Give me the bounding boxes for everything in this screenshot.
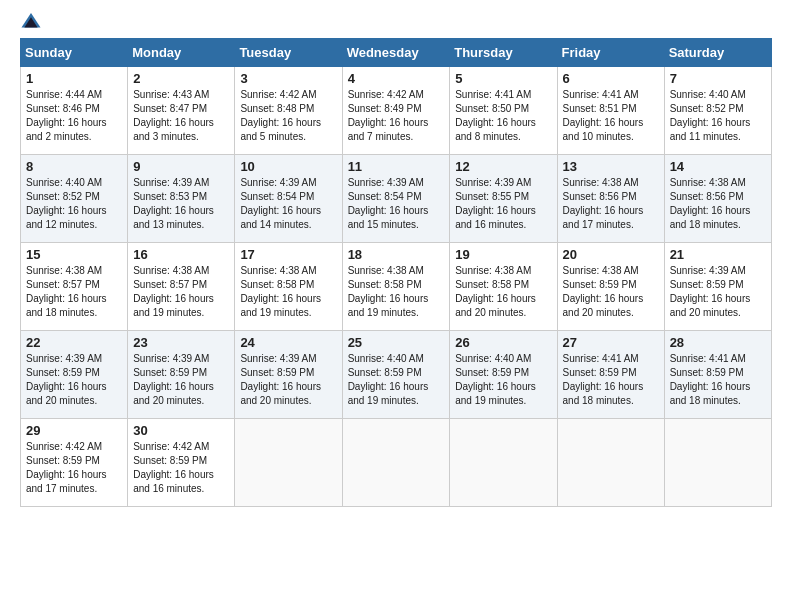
day-info: Sunrise: 4:38 AM Sunset: 8:58 PM Dayligh… [240,264,336,320]
day-number: 11 [348,159,445,174]
calendar-cell: 26 Sunrise: 4:40 AM Sunset: 8:59 PM Dayl… [450,331,557,419]
day-number: 30 [133,423,229,438]
calendar-week-3: 15 Sunrise: 4:38 AM Sunset: 8:57 PM Dayl… [21,243,772,331]
day-info: Sunrise: 4:38 AM Sunset: 8:58 PM Dayligh… [455,264,551,320]
day-info: Sunrise: 4:38 AM Sunset: 8:56 PM Dayligh… [670,176,766,232]
day-number: 19 [455,247,551,262]
day-info: Sunrise: 4:38 AM Sunset: 8:58 PM Dayligh… [348,264,445,320]
calendar-header-row: SundayMondayTuesdayWednesdayThursdayFrid… [21,39,772,67]
calendar-week-5: 29 Sunrise: 4:42 AM Sunset: 8:59 PM Dayl… [21,419,772,507]
day-info: Sunrise: 4:40 AM Sunset: 8:52 PM Dayligh… [670,88,766,144]
day-number: 26 [455,335,551,350]
day-number: 7 [670,71,766,86]
day-number: 12 [455,159,551,174]
calendar-cell: 8 Sunrise: 4:40 AM Sunset: 8:52 PM Dayli… [21,155,128,243]
day-number: 27 [563,335,659,350]
calendar-cell: 29 Sunrise: 4:42 AM Sunset: 8:59 PM Dayl… [21,419,128,507]
calendar-header-saturday: Saturday [664,39,771,67]
calendar-header-thursday: Thursday [450,39,557,67]
logo-icon [20,10,42,32]
day-number: 10 [240,159,336,174]
calendar-cell [664,419,771,507]
calendar-header-friday: Friday [557,39,664,67]
calendar-cell: 24 Sunrise: 4:39 AM Sunset: 8:59 PM Dayl… [235,331,342,419]
day-number: 8 [26,159,122,174]
day-number: 4 [348,71,445,86]
day-number: 28 [670,335,766,350]
day-number: 21 [670,247,766,262]
day-info: Sunrise: 4:39 AM Sunset: 8:59 PM Dayligh… [670,264,766,320]
calendar-cell: 5 Sunrise: 4:41 AM Sunset: 8:50 PM Dayli… [450,67,557,155]
calendar-cell: 30 Sunrise: 4:42 AM Sunset: 8:59 PM Dayl… [128,419,235,507]
calendar-cell: 15 Sunrise: 4:38 AM Sunset: 8:57 PM Dayl… [21,243,128,331]
calendar-cell: 10 Sunrise: 4:39 AM Sunset: 8:54 PM Dayl… [235,155,342,243]
calendar-cell: 21 Sunrise: 4:39 AM Sunset: 8:59 PM Dayl… [664,243,771,331]
day-info: Sunrise: 4:40 AM Sunset: 8:59 PM Dayligh… [455,352,551,408]
calendar-week-4: 22 Sunrise: 4:39 AM Sunset: 8:59 PM Dayl… [21,331,772,419]
calendar-cell [450,419,557,507]
day-info: Sunrise: 4:38 AM Sunset: 8:56 PM Dayligh… [563,176,659,232]
calendar-cell: 3 Sunrise: 4:42 AM Sunset: 8:48 PM Dayli… [235,67,342,155]
calendar-cell: 16 Sunrise: 4:38 AM Sunset: 8:57 PM Dayl… [128,243,235,331]
calendar-table: SundayMondayTuesdayWednesdayThursdayFrid… [20,38,772,507]
calendar-header-monday: Monday [128,39,235,67]
calendar-cell: 28 Sunrise: 4:41 AM Sunset: 8:59 PM Dayl… [664,331,771,419]
day-number: 6 [563,71,659,86]
day-number: 1 [26,71,122,86]
day-number: 29 [26,423,122,438]
calendar-cell: 27 Sunrise: 4:41 AM Sunset: 8:59 PM Dayl… [557,331,664,419]
day-number: 9 [133,159,229,174]
day-info: Sunrise: 4:42 AM Sunset: 8:59 PM Dayligh… [26,440,122,496]
calendar-cell: 22 Sunrise: 4:39 AM Sunset: 8:59 PM Dayl… [21,331,128,419]
day-number: 3 [240,71,336,86]
day-info: Sunrise: 4:40 AM Sunset: 8:59 PM Dayligh… [348,352,445,408]
day-info: Sunrise: 4:38 AM Sunset: 8:59 PM Dayligh… [563,264,659,320]
day-number: 14 [670,159,766,174]
calendar-cell: 14 Sunrise: 4:38 AM Sunset: 8:56 PM Dayl… [664,155,771,243]
calendar-cell: 17 Sunrise: 4:38 AM Sunset: 8:58 PM Dayl… [235,243,342,331]
calendar-cell: 25 Sunrise: 4:40 AM Sunset: 8:59 PM Dayl… [342,331,450,419]
day-number: 25 [348,335,445,350]
day-info: Sunrise: 4:39 AM Sunset: 8:54 PM Dayligh… [240,176,336,232]
day-number: 13 [563,159,659,174]
day-info: Sunrise: 4:39 AM Sunset: 8:59 PM Dayligh… [133,352,229,408]
day-info: Sunrise: 4:42 AM Sunset: 8:49 PM Dayligh… [348,88,445,144]
day-info: Sunrise: 4:39 AM Sunset: 8:59 PM Dayligh… [26,352,122,408]
calendar-cell: 18 Sunrise: 4:38 AM Sunset: 8:58 PM Dayl… [342,243,450,331]
day-number: 18 [348,247,445,262]
day-info: Sunrise: 4:41 AM Sunset: 8:50 PM Dayligh… [455,88,551,144]
day-info: Sunrise: 4:41 AM Sunset: 8:59 PM Dayligh… [563,352,659,408]
calendar-cell: 12 Sunrise: 4:39 AM Sunset: 8:55 PM Dayl… [450,155,557,243]
day-info: Sunrise: 4:44 AM Sunset: 8:46 PM Dayligh… [26,88,122,144]
day-info: Sunrise: 4:38 AM Sunset: 8:57 PM Dayligh… [133,264,229,320]
calendar-cell: 11 Sunrise: 4:39 AM Sunset: 8:54 PM Dayl… [342,155,450,243]
calendar-cell [557,419,664,507]
day-number: 2 [133,71,229,86]
day-number: 20 [563,247,659,262]
day-info: Sunrise: 4:39 AM Sunset: 8:54 PM Dayligh… [348,176,445,232]
calendar-cell: 4 Sunrise: 4:42 AM Sunset: 8:49 PM Dayli… [342,67,450,155]
calendar-cell: 13 Sunrise: 4:38 AM Sunset: 8:56 PM Dayl… [557,155,664,243]
calendar-cell [342,419,450,507]
calendar-header-sunday: Sunday [21,39,128,67]
day-info: Sunrise: 4:42 AM Sunset: 8:59 PM Dayligh… [133,440,229,496]
calendar-cell [235,419,342,507]
day-info: Sunrise: 4:38 AM Sunset: 8:57 PM Dayligh… [26,264,122,320]
day-number: 5 [455,71,551,86]
day-info: Sunrise: 4:42 AM Sunset: 8:48 PM Dayligh… [240,88,336,144]
day-info: Sunrise: 4:41 AM Sunset: 8:51 PM Dayligh… [563,88,659,144]
calendar-cell: 20 Sunrise: 4:38 AM Sunset: 8:59 PM Dayl… [557,243,664,331]
calendar-cell: 19 Sunrise: 4:38 AM Sunset: 8:58 PM Dayl… [450,243,557,331]
calendar-cell: 1 Sunrise: 4:44 AM Sunset: 8:46 PM Dayli… [21,67,128,155]
calendar-week-2: 8 Sunrise: 4:40 AM Sunset: 8:52 PM Dayli… [21,155,772,243]
day-info: Sunrise: 4:39 AM Sunset: 8:53 PM Dayligh… [133,176,229,232]
day-number: 22 [26,335,122,350]
day-info: Sunrise: 4:43 AM Sunset: 8:47 PM Dayligh… [133,88,229,144]
logo [20,10,46,32]
day-number: 15 [26,247,122,262]
page-header [20,10,772,32]
day-info: Sunrise: 4:39 AM Sunset: 8:59 PM Dayligh… [240,352,336,408]
day-number: 23 [133,335,229,350]
day-number: 17 [240,247,336,262]
calendar-cell: 9 Sunrise: 4:39 AM Sunset: 8:53 PM Dayli… [128,155,235,243]
